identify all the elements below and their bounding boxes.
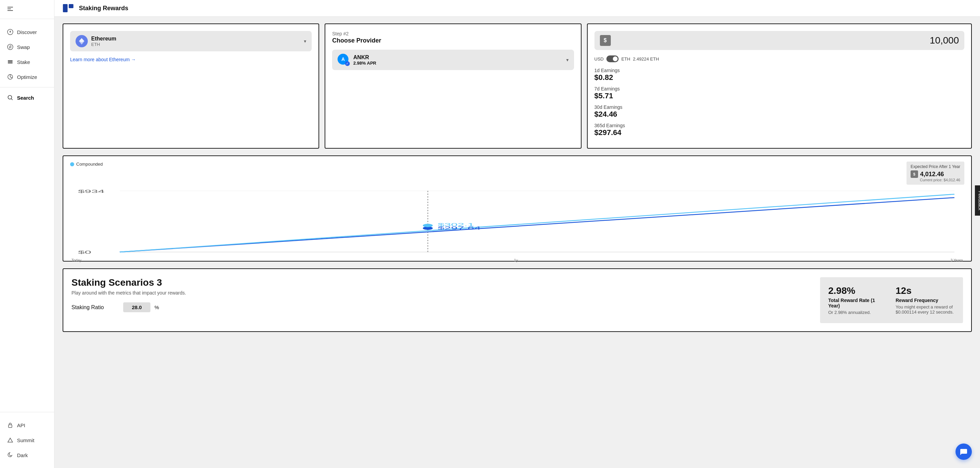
asset-left: Ethereum ETH (76, 35, 116, 47)
sidebar-toggle-button[interactable] (5, 4, 15, 14)
x-label-today: Today (72, 258, 81, 262)
svg-rect-8 (8, 63, 13, 63)
svg-point-5 (8, 44, 13, 50)
logo-svg (63, 4, 75, 12)
earnings-7d-value: $5.71 (595, 92, 964, 100)
staking-ratio-unit: % (154, 305, 159, 310)
currency-toggle-row: USD ETH 2.49224 ETH (595, 56, 964, 62)
pie-chart-icon (7, 73, 14, 80)
provider-info: ANKR 2.98% APR (353, 54, 376, 66)
svg-rect-12 (63, 4, 68, 12)
sidebar-item-optimize[interactable]: Optimize (0, 70, 54, 84)
eth-amount: 2.49224 ETH (633, 57, 659, 62)
provider-logo: A ✓ (337, 54, 350, 66)
sidebar-item-api-label: API (17, 422, 25, 428)
current-price-text: Current price: $4,012.46 (911, 178, 960, 182)
sidebar-bottom: API Summit Dark (0, 412, 54, 468)
svg-text:$0: $0 (78, 250, 91, 255)
chart-area: $934 $0 $297.64 $302.1 (70, 187, 964, 255)
provider-name: ANKR (353, 54, 376, 60)
svg-marker-11 (8, 438, 13, 442)
app-logo (63, 4, 75, 12)
svg-rect-10 (8, 425, 12, 428)
sidebar-item-discover-label: Discover (17, 29, 37, 35)
chat-icon (959, 447, 968, 456)
staking-ratio-row: Staking Ratio % (72, 302, 812, 312)
svg-rect-0 (8, 7, 13, 8)
currency-toggle[interactable] (606, 56, 619, 62)
sidebar-item-dark-label: Dark (17, 452, 28, 458)
svg-text:$934: $934 (78, 189, 105, 194)
amount-input-row: $ 10,000 (595, 31, 964, 50)
asset-ticker: ETH (91, 42, 116, 47)
moon-icon (7, 452, 14, 458)
sidebar-nav: Discover Swap Stake (0, 19, 54, 412)
sidebar-item-stake-label: Stake (17, 59, 30, 65)
usd-label: USD (595, 57, 604, 62)
compass-icon (7, 29, 14, 35)
provider-selector[interactable]: A ✓ ANKR 2.98% APR ▾ (332, 50, 574, 70)
learn-more-link[interactable]: Learn more about Ethereum → (70, 57, 312, 62)
svg-text:$302.1: $302.1 (438, 222, 474, 227)
reward-rate-sub: Or 2.98% annualized. (828, 310, 888, 315)
reward-rate-label: Total Reward Rate (1 Year) (828, 298, 888, 308)
sidebar: Discover Swap Stake (0, 0, 54, 468)
x-label-3y: 3 Years (950, 258, 963, 262)
asset-name: Ethereum (91, 36, 116, 42)
earnings-1d-label: 1d Earnings (595, 68, 964, 73)
staking-ratio-label: Staking Ratio (72, 305, 119, 311)
chat-button[interactable] (956, 444, 972, 460)
svg-point-9 (8, 95, 12, 99)
sidebar-item-stake[interactable]: Stake (0, 54, 54, 70)
swap-icon (7, 44, 14, 50)
scenarios-stats: 2.98% Total Reward Rate (1 Year) Or 2.98… (820, 277, 963, 323)
main-content: Staking Rewards Ethereum (54, 0, 980, 468)
app-title: Staking Rewards (79, 5, 128, 12)
earnings-7d-label: 7d Earnings (595, 86, 964, 92)
mountain-icon (7, 437, 14, 444)
sidebar-header (0, 0, 54, 19)
asset-selector[interactable]: Ethereum ETH ▾ (70, 31, 312, 51)
provider-chevron-icon: ▾ (566, 57, 569, 63)
lock-icon (7, 422, 14, 428)
reward-freq-value: 12s (896, 286, 955, 296)
earnings-7d-row: 7d Earnings $5.71 (595, 86, 964, 100)
provider-left: A ✓ ANKR 2.98% APR (337, 54, 376, 66)
reward-freq-stat: 12s Reward Frequency You might expect a … (896, 286, 955, 315)
compounded-legend-label: Compounded (76, 162, 103, 167)
svg-rect-13 (69, 4, 73, 8)
expected-price-value: 4,012.46 (920, 171, 944, 178)
sidebar-item-summit-label: Summit (17, 437, 34, 443)
staking-scenarios-card: Staking Scenarios 3 Play around with the… (63, 268, 972, 332)
earnings-365d-value: $297.64 (595, 128, 964, 137)
top-cards-row: Ethereum ETH ▾ Learn more about Ethereum… (63, 24, 972, 149)
svg-rect-1 (8, 8, 11, 9)
sidebar-item-discover[interactable]: Discover (0, 24, 54, 40)
svg-rect-7 (8, 62, 13, 63)
sidebar-item-search[interactable]: Search (0, 90, 54, 105)
svg-marker-4 (10, 30, 11, 33)
step1-card: Ethereum ETH ▾ Learn more about Ethereum… (63, 24, 319, 149)
layers-icon (7, 59, 14, 65)
sidebar-item-swap[interactable]: Swap (0, 40, 54, 54)
scenarios-title: Staking Scenarios 3 (72, 277, 812, 288)
earnings-30d-row: 30d Earnings $24.46 (595, 105, 964, 119)
provider-apr: 2.98% APR (353, 60, 376, 66)
step2-label: Step #2 (332, 31, 574, 36)
feedback-button[interactable]: Feedback (975, 186, 980, 216)
earnings-30d-label: 30d Earnings (595, 105, 964, 110)
expected-price-label: Expected Price After 1 Year (911, 164, 960, 169)
chart-header: Compounded Expected Price After 1 Year $… (70, 162, 964, 185)
reward-freq-sub: You might expect a reward of $0.000114 e… (896, 305, 955, 315)
step2-card: Step #2 Choose Provider A ✓ ANKR 2.98% A… (325, 24, 581, 149)
provider-verified-badge: ✓ (345, 61, 350, 66)
sidebar-item-optimize-label: Optimize (17, 74, 37, 80)
eth-label: ETH (621, 57, 630, 62)
app-header: Staking Rewards (54, 0, 980, 17)
sidebar-item-api[interactable]: API (0, 418, 54, 433)
price-dollar-icon: $ (911, 170, 918, 178)
reward-rate-stat: 2.98% Total Reward Rate (1 Year) Or 2.98… (828, 286, 888, 315)
sidebar-item-dark[interactable]: Dark (0, 447, 54, 463)
sidebar-item-summit[interactable]: Summit (0, 433, 54, 447)
staking-ratio-input[interactable] (123, 302, 150, 312)
